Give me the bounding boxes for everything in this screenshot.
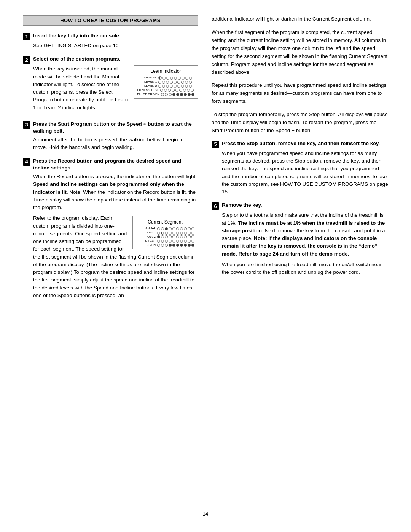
- page: HOW TO CREATE CUSTOM PROGRAMS 1 Insert t…: [0, 0, 411, 532]
- step3-block: 3 Press the Start Program button or the …: [23, 121, 198, 152]
- step1-block: 1 Insert the key fully into the console.…: [23, 32, 198, 50]
- step4-body: When the Record button is pressed, the i…: [33, 173, 198, 302]
- step4-block: 4 Press the Record button and program th…: [23, 158, 198, 302]
- learn-indicator-title: Learn Indicator: [137, 68, 194, 75]
- step1-body: See GETTING STARTED on page 10.: [33, 42, 198, 50]
- section-header: HOW TO CREATE CUSTOM PROGRAMS: [23, 15, 198, 26]
- step4-title: Press the Record button and program the …: [33, 158, 198, 171]
- indicator-row-pulse: PULSE DRIVEN: [137, 93, 194, 96]
- page-number: 14: [23, 511, 388, 517]
- step4-number: 4: [23, 158, 30, 166]
- step5-block: 5 Press the Stop button, remove the key,…: [212, 140, 388, 196]
- learn-indicator-figure: Learn Indicator MANUAL: [134, 65, 198, 99]
- step2-body: Learn Indicator MANUAL: [33, 65, 198, 115]
- right-para2: When the first segment of the program is…: [212, 29, 388, 77]
- step6-body: Step onto the foot rails and make sure t…: [222, 211, 388, 276]
- cs-row-riven: RIVEN: [136, 244, 194, 247]
- right-column: additional indicator will light or darke…: [212, 15, 388, 502]
- step3-number: 3: [23, 121, 30, 129]
- current-segment-rows: ANUAL: [136, 227, 194, 247]
- cs-row-arn1: ARN 1: [136, 231, 194, 235]
- step5-number: 5: [212, 141, 219, 148]
- two-col-layout: HOW TO CREATE CUSTOM PROGRAMS 1 Insert t…: [23, 15, 388, 502]
- step1-title: Insert the key fully into the console.: [33, 32, 121, 39]
- indicator-row-learn1: LEARN 1: [137, 80, 194, 84]
- step2-block: 2 Select one of the custom programs. Lea…: [23, 56, 198, 115]
- current-segment-title: Current Segment: [136, 219, 194, 225]
- indicator-row-fitness: FITNESS TEST: [137, 89, 194, 92]
- indicator-row-manual: MANUAL: [137, 76, 194, 80]
- step6-number: 6: [212, 202, 219, 210]
- right-para1: additional indicator will light or darke…: [212, 15, 388, 23]
- step6-block: 6 Remove the key. Step onto the foot rai…: [212, 202, 388, 276]
- step2-title: Select one of the custom programs.: [33, 56, 121, 62]
- step5-body: When you have programmed speed and incli…: [222, 150, 388, 196]
- left-column: HOW TO CREATE CUSTOM PROGRAMS 1 Insert t…: [23, 15, 198, 502]
- cs-row-stest: S TEST: [136, 240, 194, 243]
- step6-title: Remove the key.: [222, 202, 262, 209]
- indicator-rows: MANUAL: [137, 76, 194, 96]
- indicator-row-learn2: LEARN 2: [137, 85, 194, 88]
- cs-row-anual: ANUAL: [136, 227, 194, 230]
- cs-row-arn2: ARN 2: [136, 235, 194, 239]
- step5-title: Press the Stop button, remove the key, a…: [222, 140, 380, 147]
- step1-number: 1: [23, 33, 30, 40]
- current-segment-figure: Current Segment ANUAL: [132, 216, 198, 249]
- step2-number: 2: [23, 56, 30, 64]
- step3-body: A moment after the button is pressed, th…: [33, 136, 198, 152]
- step3-title: Press the Start Program button or the Sp…: [33, 121, 198, 134]
- right-para3: Repeat this procedure until you have pro…: [212, 81, 388, 105]
- right-para4: To stop the program temporarily, press t…: [212, 111, 388, 135]
